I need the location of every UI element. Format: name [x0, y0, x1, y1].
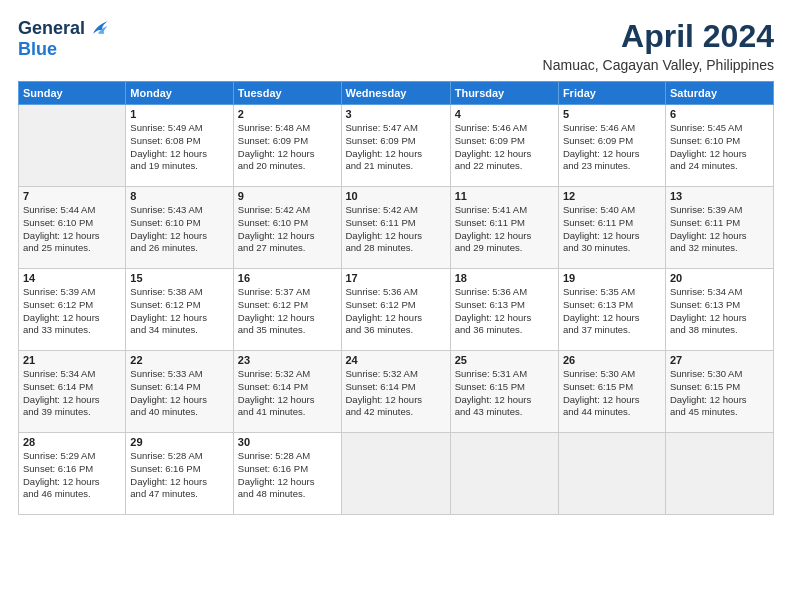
day-info: Sunrise: 5:34 AMSunset: 6:13 PMDaylight:… — [670, 286, 769, 337]
day-number: 22 — [130, 354, 228, 366]
week-row-2: 7Sunrise: 5:44 AMSunset: 6:10 PMDaylight… — [19, 187, 774, 269]
calendar-cell: 12Sunrise: 5:40 AMSunset: 6:11 PMDayligh… — [558, 187, 665, 269]
day-number: 12 — [563, 190, 661, 202]
calendar-cell: 13Sunrise: 5:39 AMSunset: 6:11 PMDayligh… — [665, 187, 773, 269]
day-info: Sunrise: 5:35 AMSunset: 6:13 PMDaylight:… — [563, 286, 661, 337]
col-friday: Friday — [558, 82, 665, 105]
calendar-cell: 6Sunrise: 5:45 AMSunset: 6:10 PMDaylight… — [665, 105, 773, 187]
day-number: 2 — [238, 108, 337, 120]
day-info: Sunrise: 5:42 AMSunset: 6:10 PMDaylight:… — [238, 204, 337, 255]
header: General Blue April 2024 Namuac, Cagayan … — [18, 18, 774, 73]
day-number: 8 — [130, 190, 228, 202]
day-number: 23 — [238, 354, 337, 366]
subtitle: Namuac, Cagayan Valley, Philippines — [543, 57, 774, 73]
day-number: 19 — [563, 272, 661, 284]
day-number: 27 — [670, 354, 769, 366]
header-row: Sunday Monday Tuesday Wednesday Thursday… — [19, 82, 774, 105]
logo-general: General — [18, 19, 85, 39]
day-info: Sunrise: 5:28 AMSunset: 6:16 PMDaylight:… — [130, 450, 228, 501]
day-number: 1 — [130, 108, 228, 120]
logo: General Blue — [18, 18, 109, 60]
day-info: Sunrise: 5:39 AMSunset: 6:12 PMDaylight:… — [23, 286, 121, 337]
day-number: 3 — [346, 108, 446, 120]
day-number: 20 — [670, 272, 769, 284]
day-number: 29 — [130, 436, 228, 448]
week-row-3: 14Sunrise: 5:39 AMSunset: 6:12 PMDayligh… — [19, 269, 774, 351]
calendar-cell: 7Sunrise: 5:44 AMSunset: 6:10 PMDaylight… — [19, 187, 126, 269]
calendar-cell: 3Sunrise: 5:47 AMSunset: 6:09 PMDaylight… — [341, 105, 450, 187]
day-number: 21 — [23, 354, 121, 366]
day-info: Sunrise: 5:46 AMSunset: 6:09 PMDaylight:… — [455, 122, 554, 173]
col-thursday: Thursday — [450, 82, 558, 105]
calendar-cell: 15Sunrise: 5:38 AMSunset: 6:12 PMDayligh… — [126, 269, 233, 351]
calendar-cell: 16Sunrise: 5:37 AMSunset: 6:12 PMDayligh… — [233, 269, 341, 351]
day-number: 13 — [670, 190, 769, 202]
day-info: Sunrise: 5:46 AMSunset: 6:09 PMDaylight:… — [563, 122, 661, 173]
day-info: Sunrise: 5:32 AMSunset: 6:14 PMDaylight:… — [238, 368, 337, 419]
calendar-cell: 25Sunrise: 5:31 AMSunset: 6:15 PMDayligh… — [450, 351, 558, 433]
calendar-cell: 26Sunrise: 5:30 AMSunset: 6:15 PMDayligh… — [558, 351, 665, 433]
day-number: 9 — [238, 190, 337, 202]
day-number: 10 — [346, 190, 446, 202]
calendar-cell: 22Sunrise: 5:33 AMSunset: 6:14 PMDayligh… — [126, 351, 233, 433]
day-number: 25 — [455, 354, 554, 366]
day-info: Sunrise: 5:36 AMSunset: 6:13 PMDaylight:… — [455, 286, 554, 337]
calendar-cell — [19, 105, 126, 187]
day-number: 30 — [238, 436, 337, 448]
title-block: April 2024 Namuac, Cagayan Valley, Phili… — [543, 18, 774, 73]
day-info: Sunrise: 5:47 AMSunset: 6:09 PMDaylight:… — [346, 122, 446, 173]
day-number: 15 — [130, 272, 228, 284]
calendar-cell: 10Sunrise: 5:42 AMSunset: 6:11 PMDayligh… — [341, 187, 450, 269]
calendar-cell: 5Sunrise: 5:46 AMSunset: 6:09 PMDaylight… — [558, 105, 665, 187]
calendar-cell: 14Sunrise: 5:39 AMSunset: 6:12 PMDayligh… — [19, 269, 126, 351]
main-title: April 2024 — [543, 18, 774, 55]
day-number: 24 — [346, 354, 446, 366]
day-info: Sunrise: 5:30 AMSunset: 6:15 PMDaylight:… — [670, 368, 769, 419]
day-number: 11 — [455, 190, 554, 202]
day-info: Sunrise: 5:42 AMSunset: 6:11 PMDaylight:… — [346, 204, 446, 255]
calendar-cell: 24Sunrise: 5:32 AMSunset: 6:14 PMDayligh… — [341, 351, 450, 433]
logo-blue: Blue — [18, 39, 57, 59]
day-info: Sunrise: 5:40 AMSunset: 6:11 PMDaylight:… — [563, 204, 661, 255]
calendar-cell: 29Sunrise: 5:28 AMSunset: 6:16 PMDayligh… — [126, 433, 233, 515]
day-info: Sunrise: 5:41 AMSunset: 6:11 PMDaylight:… — [455, 204, 554, 255]
page: General Blue April 2024 Namuac, Cagayan … — [0, 0, 792, 612]
day-number: 26 — [563, 354, 661, 366]
calendar-cell — [450, 433, 558, 515]
day-info: Sunrise: 5:32 AMSunset: 6:14 PMDaylight:… — [346, 368, 446, 419]
calendar-cell: 1Sunrise: 5:49 AMSunset: 6:08 PMDaylight… — [126, 105, 233, 187]
day-info: Sunrise: 5:36 AMSunset: 6:12 PMDaylight:… — [346, 286, 446, 337]
col-tuesday: Tuesday — [233, 82, 341, 105]
calendar-cell — [558, 433, 665, 515]
day-info: Sunrise: 5:43 AMSunset: 6:10 PMDaylight:… — [130, 204, 228, 255]
day-number: 16 — [238, 272, 337, 284]
logo-bird-icon — [87, 18, 109, 40]
calendar-cell: 18Sunrise: 5:36 AMSunset: 6:13 PMDayligh… — [450, 269, 558, 351]
day-info: Sunrise: 5:44 AMSunset: 6:10 PMDaylight:… — [23, 204, 121, 255]
calendar-cell — [665, 433, 773, 515]
day-number: 14 — [23, 272, 121, 284]
day-number: 17 — [346, 272, 446, 284]
calendar-cell: 20Sunrise: 5:34 AMSunset: 6:13 PMDayligh… — [665, 269, 773, 351]
day-info: Sunrise: 5:48 AMSunset: 6:09 PMDaylight:… — [238, 122, 337, 173]
calendar-cell: 28Sunrise: 5:29 AMSunset: 6:16 PMDayligh… — [19, 433, 126, 515]
calendar-cell: 2Sunrise: 5:48 AMSunset: 6:09 PMDaylight… — [233, 105, 341, 187]
day-info: Sunrise: 5:45 AMSunset: 6:10 PMDaylight:… — [670, 122, 769, 173]
day-info: Sunrise: 5:38 AMSunset: 6:12 PMDaylight:… — [130, 286, 228, 337]
col-sunday: Sunday — [19, 82, 126, 105]
calendar-cell: 9Sunrise: 5:42 AMSunset: 6:10 PMDaylight… — [233, 187, 341, 269]
calendar-cell: 4Sunrise: 5:46 AMSunset: 6:09 PMDaylight… — [450, 105, 558, 187]
day-info: Sunrise: 5:29 AMSunset: 6:16 PMDaylight:… — [23, 450, 121, 501]
calendar-cell: 19Sunrise: 5:35 AMSunset: 6:13 PMDayligh… — [558, 269, 665, 351]
calendar-table: Sunday Monday Tuesday Wednesday Thursday… — [18, 81, 774, 515]
col-monday: Monday — [126, 82, 233, 105]
day-number: 5 — [563, 108, 661, 120]
day-number: 7 — [23, 190, 121, 202]
week-row-1: 1Sunrise: 5:49 AMSunset: 6:08 PMDaylight… — [19, 105, 774, 187]
col-wednesday: Wednesday — [341, 82, 450, 105]
day-info: Sunrise: 5:30 AMSunset: 6:15 PMDaylight:… — [563, 368, 661, 419]
week-row-4: 21Sunrise: 5:34 AMSunset: 6:14 PMDayligh… — [19, 351, 774, 433]
calendar-cell: 17Sunrise: 5:36 AMSunset: 6:12 PMDayligh… — [341, 269, 450, 351]
day-number: 28 — [23, 436, 121, 448]
calendar-cell: 30Sunrise: 5:28 AMSunset: 6:16 PMDayligh… — [233, 433, 341, 515]
